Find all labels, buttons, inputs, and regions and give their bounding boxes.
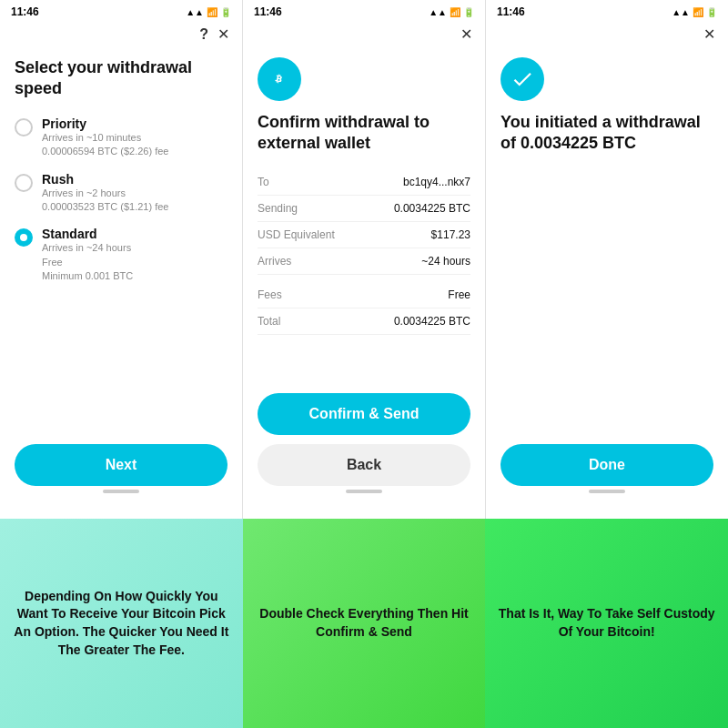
detail-to: To bc1qy4...nkx7 xyxy=(258,169,470,196)
screen-title-1: Select your withdrawal speed xyxy=(15,57,228,100)
bitcoin-svg xyxy=(268,67,291,91)
battery-icon-2: 🔋 xyxy=(463,7,474,17)
wifi-icon-3: 📶 xyxy=(693,7,703,17)
screen-bottom-1: Next xyxy=(0,433,242,519)
battery-icon: 🔋 xyxy=(220,7,231,17)
battery-icon-3: 🔋 xyxy=(706,7,717,17)
detail-usd: USD Equivalent $117.23 xyxy=(258,222,470,248)
screen-withdrawal-initiated: 11:46 ▲▲ 📶 🔋 ✕ You initiated a withdrawa… xyxy=(486,0,728,519)
status-icons-1: ▲▲ 📶 🔋 xyxy=(186,7,231,17)
caption-text-3: That Is It, Way To Take Self Custody Of … xyxy=(498,605,715,641)
radio-rush[interactable] xyxy=(15,174,33,192)
rush-desc: Arrives in ~2 hours 0.00003523 BTC ($1.2… xyxy=(42,187,168,215)
screen-bottom-3: Done xyxy=(486,433,728,519)
option-text-standard: Standard Arrives in ~24 hours Free Minim… xyxy=(42,227,133,283)
done-button[interactable]: Done xyxy=(500,444,713,486)
screen-bottom-2: Confirm & Send Back xyxy=(243,382,485,519)
wifi-icon: 📶 xyxy=(207,7,217,17)
detail-divider xyxy=(258,275,470,282)
standard-desc: Arrives in ~24 hours Free Minimum 0.001 … xyxy=(42,241,133,283)
screen-content-2: Confirm withdrawal to external wallet To… xyxy=(243,48,485,382)
back-button[interactable]: Back xyxy=(258,444,470,486)
screen-confirm-withdrawal: 11:46 ▲▲ 📶 🔋 ✕ Confirm withdrawal to ext… xyxy=(243,0,486,519)
caption-1: Depending On How Quickly You Want To Rec… xyxy=(0,519,243,728)
check-icon-circle xyxy=(500,57,544,101)
caption-text-2: Double Check Everything Then Hit Confirm… xyxy=(256,605,473,641)
details-group-1: To bc1qy4...nkx7 Sending 0.0034225 BTC U… xyxy=(258,169,470,275)
status-icons-2: ▲▲ 📶 🔋 xyxy=(429,7,474,17)
caption-2: Double Check Everything Then Hit Confirm… xyxy=(243,519,486,728)
btc-icon xyxy=(258,57,301,101)
status-icons-3: ▲▲ 📶 🔋 xyxy=(672,7,717,17)
option-priority[interactable]: Priority Arrives in ~10 minutes 0.000065… xyxy=(15,116,228,159)
signal-icon-3: ▲▲ xyxy=(672,7,690,17)
status-bar-1: 11:46 ▲▲ 📶 🔋 xyxy=(0,0,242,22)
status-bar-2: 11:46 ▲▲ 📶 🔋 xyxy=(243,0,485,22)
status-time-3: 11:46 xyxy=(497,5,525,18)
screen-content-1: Select your withdrawal speed Priority Ar… xyxy=(0,48,242,433)
help-button[interactable]: ? xyxy=(199,26,208,43)
screen-header-1: ? ✕ xyxy=(0,22,242,48)
confirm-send-button[interactable]: Confirm & Send xyxy=(258,393,470,435)
home-indicator-2 xyxy=(346,490,382,493)
radio-priority[interactable] xyxy=(15,118,33,136)
screen-header-2: ✕ xyxy=(243,22,485,48)
captions-row: Depending On How Quickly You Want To Rec… xyxy=(0,519,728,728)
home-indicator-1 xyxy=(103,490,139,493)
details-group-2: Fees Free Total 0.0034225 BTC xyxy=(258,282,470,335)
signal-icon: ▲▲ xyxy=(186,7,204,17)
caption-3: That Is It, Way To Take Self Custody Of … xyxy=(485,519,728,728)
home-indicator-3 xyxy=(589,490,625,493)
screen-header-3: ✕ xyxy=(486,22,728,48)
option-text-rush: Rush Arrives in ~2 hours 0.00003523 BTC … xyxy=(42,172,168,215)
detail-arrives: Arrives ~24 hours xyxy=(258,248,470,275)
success-title: You initiated a withdrawal of 0.0034225 … xyxy=(500,112,713,155)
priority-desc: Arrives in ~10 minutes 0.00006594 BTC ($… xyxy=(42,131,168,159)
checkmark-svg xyxy=(511,67,534,91)
signal-icon-2: ▲▲ xyxy=(429,7,447,17)
screen-content-3: You initiated a withdrawal of 0.0034225 … xyxy=(486,48,728,433)
detail-sending: Sending 0.0034225 BTC xyxy=(258,196,470,222)
next-button[interactable]: Next xyxy=(15,444,228,486)
screen-withdrawal-speed: 11:46 ▲▲ 📶 🔋 ? ✕ Select your withdrawal … xyxy=(0,0,243,519)
close-button-1[interactable]: ✕ xyxy=(217,25,229,43)
radio-standard[interactable] xyxy=(15,228,33,247)
status-bar-3: 11:46 ▲▲ 📶 🔋 xyxy=(486,0,728,22)
close-button-3[interactable]: ✕ xyxy=(703,25,715,43)
option-rush[interactable]: Rush Arrives in ~2 hours 0.00003523 BTC … xyxy=(15,172,228,215)
detail-total: Total 0.0034225 BTC xyxy=(258,308,470,335)
close-button-2[interactable]: ✕ xyxy=(460,25,472,43)
option-standard[interactable]: Standard Arrives in ~24 hours Free Minim… xyxy=(15,227,228,283)
detail-fees: Fees Free xyxy=(258,282,470,308)
caption-text-1: Depending On How Quickly You Want To Rec… xyxy=(13,588,230,659)
status-time-1: 11:46 xyxy=(11,5,39,18)
option-text-priority: Priority Arrives in ~10 minutes 0.000065… xyxy=(42,116,168,159)
confirm-title: Confirm withdrawal to external wallet xyxy=(258,112,470,155)
status-time-2: 11:46 xyxy=(254,5,282,18)
wifi-icon-2: 📶 xyxy=(450,7,460,17)
